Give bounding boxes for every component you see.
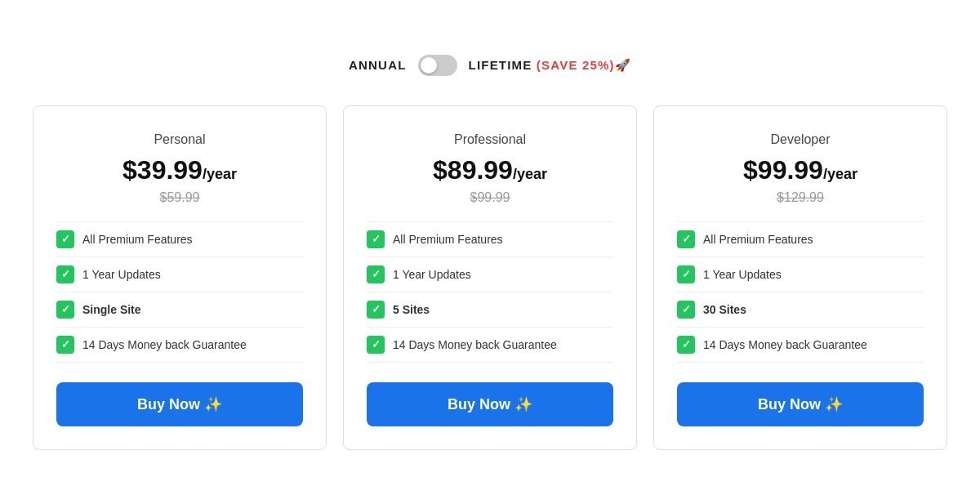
feature-text: 1 Year Updates [82,268,161,281]
feature-item: All Premium Features [56,221,303,257]
features-list: All Premium Features 1 Year Updates 30 S… [677,221,924,363]
feature-text: 1 Year Updates [393,268,471,281]
pricing-card-developer: Developer $99.99/year $129.99 All Premiu… [653,105,947,450]
billing-toggle[interactable] [418,55,457,76]
check-icon [677,301,695,319]
feature-text: 30 Sites [703,303,746,316]
check-icon [677,230,695,248]
annual-label: ANNUAL [349,58,407,72]
pricing-card-personal: Personal $39.99/year $59.99 All Premium … [33,105,327,450]
feature-text: 1 Year Updates [703,268,782,281]
plan-price: $89.99/year [433,155,547,185]
feature-item: 1 Year Updates [56,257,303,292]
plan-name: Personal [154,132,205,147]
features-list: All Premium Features 1 Year Updates Sing… [56,221,303,363]
check-icon [56,336,74,354]
feature-item: 14 Days Money back Guarantee [56,328,303,363]
billing-toggle-container: ANNUAL LIFETIME (SAVE 25%)🚀 [349,55,631,76]
feature-item: 5 Sites [367,292,613,328]
save-badge: (SAVE 25%)🚀 [537,58,631,72]
features-list: All Premium Features 1 Year Updates 5 Si… [367,221,613,363]
feature-item: 14 Days Money back Guarantee [677,328,924,363]
check-icon [56,265,74,283]
plan-name: Developer [771,132,831,147]
plan-price: $99.99/year [743,155,858,185]
check-icon [677,265,695,283]
feature-text: All Premium Features [82,233,193,246]
plan-name: Professional [454,132,526,147]
feature-item: 30 Sites [677,292,924,328]
feature-text: 5 Sites [393,303,430,316]
buy-now-button[interactable]: Buy Now ✨ [677,382,924,426]
check-icon [56,230,74,248]
check-icon [367,265,385,283]
buy-now-button[interactable]: Buy Now ✨ [367,382,613,426]
plan-original-price: $59.99 [160,190,200,205]
pricing-card-professional: Professional $89.99/year $99.99 All Prem… [343,105,637,450]
feature-item: All Premium Features [677,221,924,257]
check-icon [367,336,385,354]
check-icon [367,301,385,319]
check-icon [677,336,695,354]
pricing-cards-container: Personal $39.99/year $59.99 All Premium … [24,105,956,450]
feature-text: All Premium Features [703,233,813,246]
check-icon [56,301,74,319]
plan-original-price: $129.99 [777,190,824,205]
feature-item: 1 Year Updates [367,257,613,292]
check-icon [367,230,385,248]
feature-item: Single Site [56,292,303,328]
feature-text: All Premium Features [393,233,503,246]
feature-text: Single Site [82,303,141,316]
feature-text: 14 Days Money back Guarantee [82,338,247,351]
feature-text: 14 Days Money back Guarantee [703,338,867,351]
toggle-knob [421,57,437,74]
feature-item: 14 Days Money back Guarantee [367,328,613,363]
feature-item: 1 Year Updates [677,257,924,292]
feature-text: 14 Days Money back Guarantee [393,338,557,351]
buy-now-button[interactable]: Buy Now ✨ [56,382,303,426]
feature-item: All Premium Features [367,221,613,257]
lifetime-label: LIFETIME (SAVE 25%)🚀 [469,58,631,73]
plan-price: $39.99/year [122,155,237,185]
plan-original-price: $99.99 [470,190,510,205]
